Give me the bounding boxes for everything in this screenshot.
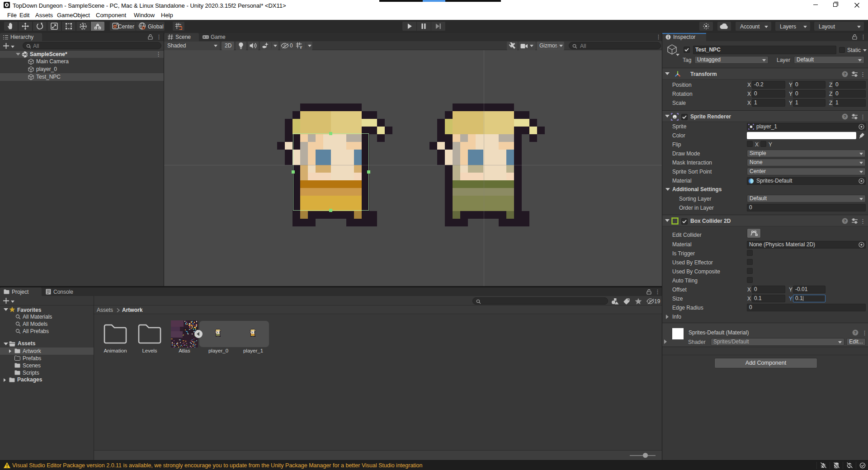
svg-text:?: ? bbox=[844, 114, 846, 119]
svg-text:Y: Y bbox=[299, 45, 302, 50]
svg-text:?: ? bbox=[844, 71, 846, 76]
svg-text:?: ? bbox=[854, 330, 857, 335]
svg-text:?: ? bbox=[844, 218, 846, 223]
